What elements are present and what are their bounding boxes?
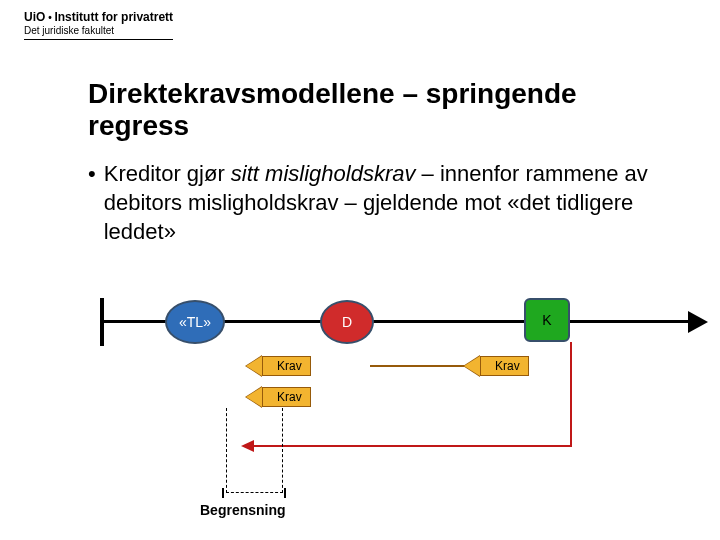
- limit-tick-left: [222, 488, 224, 498]
- node-tl: «TL»: [165, 300, 225, 344]
- krav-arrow-icon: [464, 356, 480, 376]
- node-k: K: [524, 298, 570, 342]
- limit-dash-bottom: [226, 492, 283, 493]
- timeline-arrowhead-icon: [688, 311, 708, 333]
- bullet-lead: Kreditor gjør: [104, 161, 231, 186]
- uio-label: UiO: [24, 10, 45, 24]
- red-arrowhead-icon: [241, 440, 254, 452]
- bullet-dot-icon: •: [88, 160, 96, 189]
- red-connector-horizontal: [253, 445, 571, 447]
- limit-dash-right: [282, 408, 283, 493]
- institution-logo: UiO • Institutt for privatrett Det jurid…: [24, 10, 173, 40]
- krav-label-2: Krav: [480, 356, 529, 376]
- begrensning-label: Begrensning: [200, 502, 286, 518]
- red-connector-vertical: [570, 342, 572, 447]
- limit-dash-left: [226, 408, 227, 493]
- bullet-item: • Kreditor gjør sitt misligholdskrav – i…: [88, 160, 670, 246]
- bullet-text: Kreditor gjør sitt misligholdskrav – inn…: [104, 160, 670, 246]
- node-d: D: [320, 300, 374, 344]
- krav-label-3: Krav: [262, 387, 311, 407]
- krav-arrow-icon: [246, 356, 262, 376]
- krav-arrow-icon: [246, 387, 262, 407]
- bullet-italic: sitt misligholdskrav: [231, 161, 416, 186]
- faculty-label: Det juridiske fakultet: [24, 25, 173, 40]
- diagram: «TL» D K Krav Krav Krav Begrensning: [0, 270, 720, 530]
- limit-tick-right: [284, 488, 286, 498]
- page-title: Direktekravsmodellene – springende regre…: [88, 78, 670, 142]
- krav-label-1: Krav: [262, 356, 311, 376]
- krav-connector-line: [370, 365, 465, 367]
- institute-label: Institutt for privatrett: [54, 10, 173, 24]
